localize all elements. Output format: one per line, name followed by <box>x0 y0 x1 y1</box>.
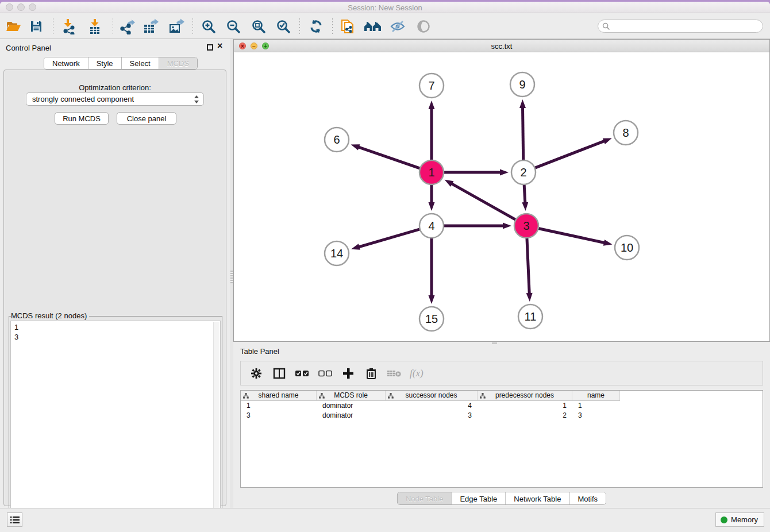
export-image-icon[interactable] <box>167 18 186 35</box>
control-panel: Control Panel × Network Style Select MCD… <box>0 39 230 508</box>
float-panel-icon[interactable] <box>207 44 213 51</box>
table-row[interactable]: 3dominator323 <box>241 411 763 421</box>
edge-arrowhead-icon <box>429 202 435 211</box>
memory-button[interactable]: Memory <box>715 512 764 527</box>
tab-select[interactable]: Select <box>122 57 159 69</box>
list-icon <box>10 516 20 524</box>
table-row[interactable]: 1dominator411 <box>241 401 763 411</box>
deselect-all-icon[interactable] <box>318 366 333 381</box>
delete-table-icon <box>387 366 402 381</box>
column-header-predecessor-nodes[interactable]: predecessor nodes <box>478 391 572 401</box>
column-visibility-icon[interactable] <box>272 366 287 381</box>
graph-edge-2-9[interactable] <box>523 107 523 160</box>
table-cell: dominator <box>317 401 386 411</box>
column-header-successor-nodes[interactable]: successor nodes <box>386 391 478 401</box>
column-type-icon <box>319 393 325 399</box>
graph-edge-1-6[interactable] <box>358 147 420 168</box>
graph-node-label: 3 <box>523 219 529 232</box>
table-toolbar: f(x) <box>240 361 763 385</box>
optimization-criterion-value: strongly connected component <box>32 95 134 103</box>
import-network-icon[interactable] <box>59 18 79 35</box>
column-type-icon <box>388 393 394 399</box>
zoom-in-icon[interactable] <box>199 18 218 35</box>
duplicate-network-icon[interactable] <box>338 18 357 35</box>
tab-motifs[interactable]: Motifs <box>569 492 606 504</box>
export-network-icon[interactable] <box>117 18 137 35</box>
column-type-icon <box>480 393 486 399</box>
tab-node-table[interactable]: Node Table <box>398 492 452 504</box>
import-table-icon[interactable] <box>85 18 105 35</box>
edge-arrowhead-icon <box>351 244 360 250</box>
result-scrollbar[interactable] <box>213 322 220 531</box>
graph-edge-2-3[interactable] <box>524 184 525 203</box>
control-panel-title: Control Panel <box>6 44 51 52</box>
graph-edge-3-11[interactable] <box>527 238 529 294</box>
graph-node-label: 15 <box>425 313 438 325</box>
tab-mcds[interactable]: MCDS <box>159 57 197 69</box>
hide-details-icon[interactable] <box>388 18 407 35</box>
graph-node-label: 10 <box>621 241 633 254</box>
table-header-row: shared nameMCDS rolesuccessor nodesprede… <box>241 391 620 401</box>
zoom-fit-icon[interactable] <box>249 18 268 35</box>
settings-gear-icon[interactable] <box>249 366 264 381</box>
splitter-grip-icon <box>492 342 497 344</box>
graph-edge-4-14[interactable] <box>358 229 419 247</box>
table-body: 1dominator4113dominator323 <box>241 401 763 421</box>
window-title: Session: New Session <box>0 3 770 12</box>
add-column-icon[interactable] <box>341 366 356 381</box>
show-panels-button[interactable] <box>7 512 22 527</box>
network-window-titlebar[interactable]: × − + scc.txt <box>234 40 769 52</box>
column-header-MCDS-role[interactable]: MCDS role <box>317 391 386 401</box>
mcds-tab-pane: Optimization criterion: strongly connect… <box>3 70 226 506</box>
table-cell: 4 <box>386 401 478 411</box>
status-bar: Memory <box>0 508 770 532</box>
splitter-grip-icon <box>230 271 233 283</box>
graph-edge-3-1[interactable] <box>451 183 516 220</box>
zoom-out-icon[interactable] <box>224 18 243 35</box>
save-icon[interactable] <box>26 18 46 35</box>
column-header-name[interactable]: name <box>572 391 620 401</box>
home-icon[interactable] <box>363 18 383 35</box>
network-graph[interactable]: 7968124314101511 <box>234 52 769 341</box>
graph-edge-2-8[interactable] <box>535 141 605 168</box>
edge-arrowhead-icon <box>503 223 511 229</box>
optimization-criterion-select[interactable]: strongly connected component <box>26 92 204 106</box>
table-cell: 2 <box>478 411 572 421</box>
refresh-icon[interactable] <box>306 18 326 35</box>
table-cell: 1 <box>478 401 572 411</box>
tab-network-table[interactable]: Network Table <box>506 492 569 504</box>
table-cell: dominator <box>317 411 386 421</box>
close-panel-icon[interactable]: × <box>217 41 222 51</box>
search-icon <box>602 22 610 30</box>
delete-column-icon[interactable] <box>364 366 379 381</box>
show-details-icon[interactable] <box>414 18 433 35</box>
graph-node-label: 11 <box>525 310 537 323</box>
table-panel: Table Panel × f(x) <box>233 345 770 513</box>
application-window: Session: New Session <box>0 2 770 532</box>
select-all-icon[interactable] <box>295 366 310 381</box>
mcds-result-group: MCDS result (2 nodes) 1 3 <box>9 316 222 532</box>
tab-network[interactable]: Network <box>44 57 88 69</box>
edge-arrowhead-icon <box>603 138 612 144</box>
tab-edge-table[interactable]: Edge Table <box>452 492 506 504</box>
search-input[interactable] <box>598 20 763 33</box>
edge-arrowhead-icon <box>603 240 613 246</box>
close-panel-button[interactable]: Close panel <box>117 112 176 125</box>
control-panel-tabs: Network Style Select MCDS <box>44 57 198 70</box>
export-table-icon[interactable] <box>141 18 161 35</box>
network-canvas[interactable]: 7968124314101511 <box>234 52 769 341</box>
edge-arrowhead-icon <box>522 202 528 211</box>
zoom-selected-icon[interactable] <box>274 18 293 35</box>
table-tabs: Node Table Edge Table Network Table Moti… <box>397 492 606 505</box>
table-cell: 3 <box>241 411 317 421</box>
run-mcds-button[interactable]: Run MCDS <box>55 112 109 125</box>
tab-style[interactable]: Style <box>88 57 122 69</box>
edge-arrowhead-icon <box>351 144 360 150</box>
graph-edge-3-10[interactable] <box>538 228 605 242</box>
mcds-result-text[interactable]: 1 3 <box>10 321 221 531</box>
edge-arrowhead-icon <box>526 293 533 302</box>
open-file-icon[interactable] <box>3 18 23 35</box>
window-titlebar: Session: New Session <box>0 2 770 13</box>
column-header-shared-name[interactable]: shared name <box>241 391 317 401</box>
table-cell: 3 <box>386 411 478 421</box>
